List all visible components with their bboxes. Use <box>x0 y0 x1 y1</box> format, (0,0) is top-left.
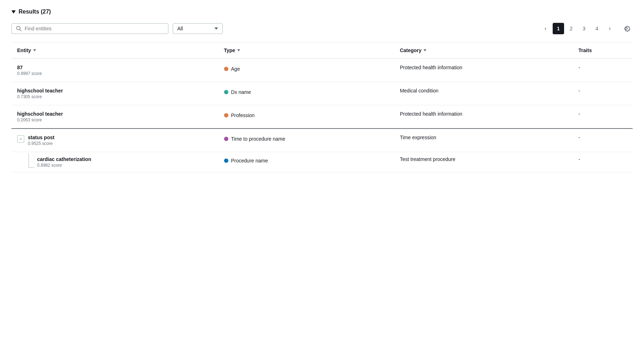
type-cell: Time to procedure name <box>218 129 394 152</box>
category-cell: Test treatment procedure <box>394 152 573 172</box>
table-row: cardiac catheterization 0.8982 score Pro… <box>11 152 633 172</box>
type-dot <box>224 137 228 141</box>
category-cell: Protected health information <box>394 105 573 129</box>
table-row: − status post 0.9525 score Time to proce… <box>11 129 633 152</box>
type-dot <box>224 113 228 117</box>
table-row: 87 0.9997 score Age Protected health inf… <box>11 59 633 82</box>
search-box <box>11 23 168 34</box>
page-1-button[interactable]: 1 <box>553 23 564 34</box>
page-4-button[interactable]: 4 <box>591 23 603 34</box>
type-dot <box>224 90 228 94</box>
entity-cell: − status post 0.9525 score <box>11 129 218 152</box>
type-cell: Dx name <box>218 82 394 105</box>
collapse-icon[interactable] <box>11 10 16 14</box>
results-title: Results (27) <box>19 9 51 15</box>
col-traits: Traits <box>573 42 633 59</box>
entity-cell: highschool teacher 0.7305 score <box>11 82 218 105</box>
table-row: highschool teacher 0.7305 score Dx name … <box>11 82 633 105</box>
col-type: Type <box>218 42 394 59</box>
category-cell: Time expression <box>394 129 573 152</box>
table-body: 87 0.9997 score Age Protected health inf… <box>11 59 633 172</box>
search-input[interactable] <box>25 26 164 31</box>
prev-page-button[interactable]: ‹ <box>540 23 551 34</box>
type-cell: Profession <box>218 105 394 129</box>
svg-line-1 <box>20 30 21 31</box>
col-category: Category <box>394 42 573 59</box>
entity-sort-icon[interactable] <box>33 49 36 51</box>
type-cell: Age <box>218 59 394 82</box>
col-entity: Entity <box>11 42 218 59</box>
category-cell: Protected health information <box>394 59 573 82</box>
category-sort-icon[interactable] <box>424 49 426 51</box>
dropdown-arrow-icon <box>214 27 218 30</box>
table-header: Entity Type Category <box>11 42 633 59</box>
traits-cell: - <box>573 82 633 105</box>
entity-cell: cardiac catheterization 0.8982 score <box>11 152 218 172</box>
settings-button[interactable] <box>620 22 633 35</box>
type-sort-icon[interactable] <box>237 49 240 51</box>
type-cell: Procedure name <box>218 152 394 172</box>
filter-dropdown[interactable]: All <box>173 23 223 34</box>
pagination: ‹ 1 2 3 4 › <box>540 23 615 34</box>
table-row: highschool teacher 0.2063 score Professi… <box>11 105 633 129</box>
traits-cell: - <box>573 129 633 152</box>
expand-button[interactable]: − <box>17 135 24 142</box>
traits-cell: - <box>573 59 633 82</box>
search-icon <box>16 26 22 31</box>
filter-value: All <box>177 26 183 31</box>
next-page-button[interactable]: › <box>604 23 615 34</box>
traits-cell: - <box>573 105 633 129</box>
entity-cell: 87 0.9997 score <box>11 59 218 82</box>
page-2-button[interactable]: 2 <box>566 23 577 34</box>
type-dot <box>224 67 228 71</box>
page-3-button[interactable]: 3 <box>578 23 590 34</box>
traits-cell: - <box>573 152 633 172</box>
category-cell: Medical condition <box>394 82 573 105</box>
toolbar: All ‹ 1 2 3 4 › <box>11 22 633 35</box>
results-header: Results (27) <box>11 9 633 15</box>
type-dot <box>224 159 228 163</box>
results-table: Entity Type Category <box>11 42 633 172</box>
entity-cell: highschool teacher 0.2063 score <box>11 105 218 129</box>
